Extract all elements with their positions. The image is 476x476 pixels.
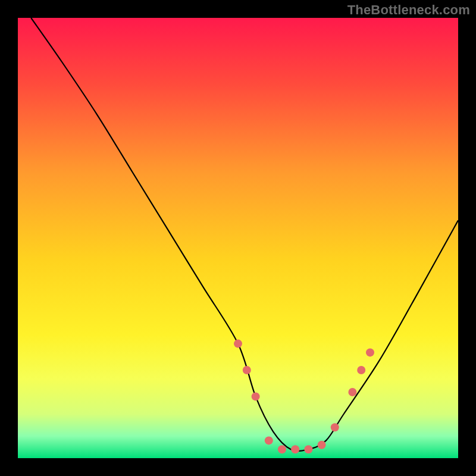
- watermark-text: TheBottleneck.com: [347, 2, 470, 18]
- marker-dot: [265, 436, 273, 444]
- marker-dot: [291, 445, 299, 453]
- marker-dot: [366, 348, 374, 356]
- chart-frame: TheBottleneck.com: [0, 0, 476, 476]
- marker-dot: [252, 392, 260, 400]
- marker-dot: [331, 423, 339, 431]
- chart-canvas: [0, 0, 476, 476]
- marker-dot: [318, 441, 326, 449]
- marker-dot: [304, 445, 312, 453]
- marker-dot: [243, 366, 251, 374]
- gradient-background: [18, 18, 458, 458]
- marker-dot: [348, 388, 356, 396]
- marker-dot: [357, 366, 365, 374]
- marker-dot: [278, 445, 286, 453]
- marker-dot: [234, 340, 242, 348]
